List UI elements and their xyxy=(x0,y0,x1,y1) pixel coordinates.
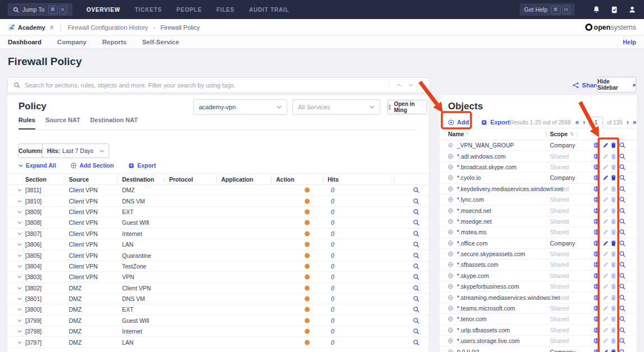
object-row[interactable]: *.lync.com Shared xyxy=(440,194,637,205)
chevron-down-icon[interactable] xyxy=(408,84,413,87)
object-search-icon[interactable] xyxy=(619,174,626,181)
col-header-section[interactable]: Section xyxy=(25,176,46,183)
workspace-tab-academy[interactable]: Academy × xyxy=(8,24,54,31)
delete-trash-icon[interactable] xyxy=(610,164,617,170)
edit-pencil-icon[interactable] xyxy=(603,218,609,224)
object-search-icon[interactable] xyxy=(619,251,626,257)
next-page-button[interactable]: › xyxy=(627,119,629,126)
topnav-item-audit-trail[interactable]: AUDIT TRAIL xyxy=(249,7,290,13)
delete-trash-icon[interactable] xyxy=(610,349,617,352)
chevron-down-icon[interactable] xyxy=(17,265,22,267)
object-search-icon[interactable] xyxy=(619,186,626,192)
references-globe-icon[interactable] xyxy=(593,283,600,290)
edit-pencil-icon[interactable] xyxy=(603,327,609,333)
chevron-down-icon[interactable] xyxy=(17,232,22,235)
edit-pencil-icon[interactable] xyxy=(603,142,609,149)
prev-page-button[interactable]: ‹ xyxy=(583,119,585,126)
rule-row[interactable]: [3802] DMZ Client VPN 0 xyxy=(7,283,428,294)
rule-row[interactable]: [3807] Client VPN Internet 0 xyxy=(7,229,428,239)
object-row[interactable]: *.msedge.net Shared xyxy=(440,216,637,227)
object-row[interactable]: *.skype.com Shared xyxy=(440,271,637,281)
edit-pencil-icon[interactable] xyxy=(603,175,609,181)
delete-trash-icon[interactable] xyxy=(610,272,617,279)
references-globe-icon[interactable] xyxy=(593,294,600,301)
references-globe-icon[interactable] xyxy=(593,229,600,236)
subnav-item-self-service[interactable]: Self-Service xyxy=(142,39,179,45)
subnav-item-company[interactable]: Company xyxy=(57,39,86,45)
edit-pencil-icon[interactable] xyxy=(603,305,609,312)
object-row[interactable]: *.skypeforbusiness.com Shared xyxy=(440,281,637,292)
edit-pencil-icon[interactable] xyxy=(603,251,609,257)
get-help-button[interactable]: Get Help ⌘ H xyxy=(520,3,575,16)
references-globe-icon[interactable] xyxy=(593,272,600,279)
rule-search-icon[interactable] xyxy=(413,263,419,270)
rule-row[interactable]: [3800] DMZ EXT 0 xyxy=(7,304,428,315)
rule-row[interactable]: [3804] Client VPN TestZone 0 xyxy=(7,261,428,272)
sort-both-icon[interactable]: ⇅ xyxy=(570,131,575,137)
object-search-icon[interactable] xyxy=(619,261,626,268)
references-globe-icon[interactable] xyxy=(593,239,600,247)
close-icon[interactable]: × xyxy=(50,24,54,31)
object-search-icon[interactable] xyxy=(619,305,626,312)
col-header-destination[interactable]: Destination xyxy=(122,176,154,183)
export-objects-button[interactable]: Export xyxy=(481,119,510,126)
rule-row[interactable]: [3811] Client VPN DMZ 0 xyxy=(7,185,428,196)
rule-row[interactable]: [3799] DMZ Guest Wifi 0 xyxy=(7,316,428,326)
export-rules-button[interactable]: Export xyxy=(128,162,156,169)
chevron-down-icon[interactable] xyxy=(17,210,22,213)
edit-pencil-icon[interactable] xyxy=(603,186,609,192)
delete-trash-icon[interactable] xyxy=(610,305,617,312)
delete-trash-icon[interactable] xyxy=(610,251,617,257)
delete-trash-icon[interactable] xyxy=(610,316,617,322)
edit-pencil-icon[interactable] xyxy=(603,338,609,344)
chevron-down-icon[interactable] xyxy=(17,200,22,202)
delete-trash-icon[interactable] xyxy=(610,240,617,246)
chevron-down-icon[interactable] xyxy=(17,298,22,300)
tab-source-nat[interactable]: Source NAT xyxy=(45,117,80,129)
page-number-input[interactable]: 1 xyxy=(589,117,603,128)
first-page-button[interactable]: « xyxy=(575,119,579,126)
chevron-down-icon[interactable] xyxy=(17,221,22,224)
references-globe-icon[interactable] xyxy=(593,185,600,192)
edit-pencil-icon[interactable] xyxy=(603,316,609,322)
object-search-icon[interactable] xyxy=(619,229,626,235)
tab-rules[interactable]: Rules xyxy=(18,117,35,129)
rule-search-icon[interactable] xyxy=(413,295,419,302)
global-search-bar[interactable]: × xyxy=(7,77,430,93)
object-row[interactable]: *.msecnd.net Shared xyxy=(440,205,637,216)
topnav-item-overview[interactable]: OVERVIEW xyxy=(87,7,120,13)
rule-row[interactable]: [3798] DMZ Internet 0 xyxy=(7,326,428,337)
object-search-icon[interactable] xyxy=(619,218,626,225)
edit-pencil-icon[interactable] xyxy=(603,207,609,214)
delete-trash-icon[interactable] xyxy=(610,294,617,300)
search-input[interactable] xyxy=(25,82,385,89)
edit-pencil-icon[interactable] xyxy=(603,229,609,235)
rule-search-icon[interactable] xyxy=(413,241,419,248)
references-globe-icon[interactable] xyxy=(593,207,600,214)
object-row[interactable]: _VPN_WAN_GROUP Company xyxy=(440,140,637,151)
object-search-icon[interactable] xyxy=(619,207,626,214)
object-search-icon[interactable] xyxy=(619,294,626,301)
chevron-down-icon[interactable] xyxy=(17,330,22,333)
object-search-icon[interactable] xyxy=(619,327,626,334)
object-row[interactable]: *.cyolo.io Company xyxy=(440,173,637,183)
object-search-icon[interactable] xyxy=(619,240,626,247)
rule-row[interactable]: [3805] Client VPN Quarantine 0 xyxy=(7,250,428,261)
rule-search-icon[interactable] xyxy=(413,187,419,193)
object-row[interactable]: 0.0.0.0/1 Company xyxy=(440,346,637,352)
tab-destination-nat[interactable]: Destination NAT xyxy=(90,117,138,129)
delete-trash-icon[interactable] xyxy=(610,218,617,224)
close-icon[interactable]: × xyxy=(420,82,424,89)
jump-to-button[interactable]: Jump To ⌘ K xyxy=(8,3,72,16)
edit-pencil-icon[interactable] xyxy=(603,349,609,352)
rule-search-icon[interactable] xyxy=(413,339,419,346)
clipboard-check-icon[interactable] xyxy=(610,6,618,13)
object-search-icon[interactable] xyxy=(619,337,626,344)
rule-search-icon[interactable] xyxy=(413,198,419,205)
delete-trash-icon[interactable] xyxy=(610,229,617,235)
references-globe-icon[interactable] xyxy=(593,142,600,149)
object-row[interactable]: *.adl.windows.com Shared xyxy=(440,151,637,161)
device-select[interactable]: academy-vpn xyxy=(193,99,287,115)
rule-row[interactable]: [3808] Client VPN Guest Wifi 0 xyxy=(7,217,428,228)
topnav-item-files[interactable]: FILES xyxy=(216,7,234,13)
